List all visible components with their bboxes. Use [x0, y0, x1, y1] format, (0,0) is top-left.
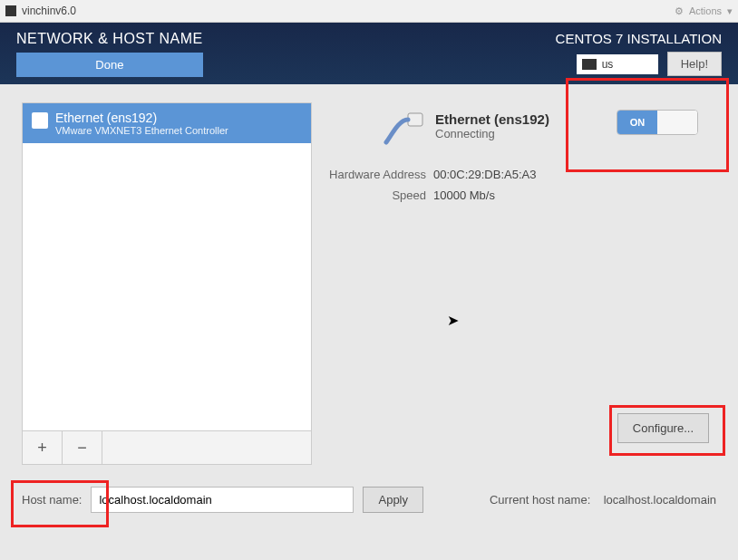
device-detail-pane: Ethernet (ens192) Connecting ON Hardware…	[325, 102, 716, 465]
ethernet-icon	[32, 112, 48, 129]
current-hostname-value: localhost.localdomain	[604, 493, 716, 507]
connection-icon	[383, 111, 426, 151]
add-device-button[interactable]: +	[23, 431, 63, 464]
detail-value: 00:0C:29:DB:A5:A3	[433, 168, 536, 181]
highlight-box-hostname	[11, 480, 109, 527]
window-title: vinchinv6.0	[22, 5, 76, 17]
list-toolbar: + −	[22, 430, 312, 465]
device-list-pane: Ethernet (ens192) VMware VMXNET3 Etherne…	[22, 102, 312, 465]
gear-icon: ⚙	[675, 5, 684, 17]
page-title: NETWORK & HOST NAME	[16, 31, 203, 47]
detail-row: Speed 10000 Mb/s	[325, 188, 716, 202]
app-icon	[5, 5, 16, 16]
keyboard-layout-selector[interactable]: us	[577, 54, 658, 74]
content-area: Ethernet (ens192) VMware VMXNET3 Etherne…	[0, 84, 738, 560]
hostname-row: Host name: Apply Current host name: loca…	[22, 487, 716, 513]
detail-value: 10000 Mb/s	[433, 188, 495, 202]
detail-label: Speed	[325, 188, 426, 202]
keyboard-icon	[582, 59, 597, 70]
actions-label: Actions	[689, 5, 722, 16]
done-button[interactable]: Done	[16, 53, 203, 77]
connection-name: Ethernet (ens192)	[435, 111, 549, 127]
apply-button[interactable]: Apply	[363, 487, 423, 513]
current-hostname: Current host name: localhost.localdomain	[490, 493, 716, 507]
remove-device-button[interactable]: −	[63, 431, 102, 464]
hostname-input[interactable]	[91, 487, 354, 513]
toggle-handle	[657, 111, 697, 134]
device-name: Ethernet (ens192)	[55, 111, 228, 125]
current-hostname-label: Current host name:	[490, 493, 590, 507]
device-list[interactable]: Ethernet (ens192) VMware VMXNET3 Etherne…	[22, 102, 312, 430]
device-subtitle: VMware VMXNET3 Ethernet Controller	[55, 125, 228, 136]
install-title: CENTOS 7 INSTALLATION	[556, 31, 722, 46]
window-actions: ⚙ Actions ▾	[675, 5, 733, 17]
window-titlebar: vinchinv6.0 ⚙ Actions ▾	[0, 0, 738, 23]
device-item[interactable]: Ethernet (ens192) VMware VMXNET3 Etherne…	[23, 103, 311, 143]
configure-button[interactable]: Configure...	[617, 413, 709, 443]
connection-details: Hardware Address 00:0C:29:DB:A5:A3 Speed…	[325, 168, 716, 202]
installer-header: NETWORK & HOST NAME Done CENTOS 7 INSTAL…	[0, 23, 738, 84]
toggle-on-label: ON	[617, 111, 657, 134]
detail-label: Hardware Address	[325, 168, 426, 181]
keyboard-layout-label: us	[602, 58, 614, 71]
connection-status: Connecting	[435, 127, 549, 140]
help-button[interactable]: Help!	[667, 52, 722, 76]
chevron-down-icon: ▾	[727, 5, 733, 17]
connection-toggle[interactable]: ON	[617, 110, 698, 135]
